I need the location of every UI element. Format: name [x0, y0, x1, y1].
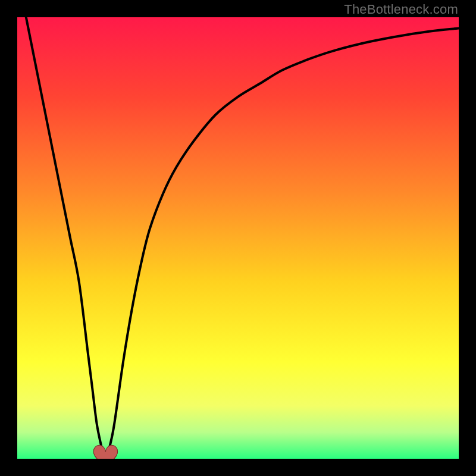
watermark-text: TheBottleneck.com	[344, 2, 458, 17]
chart-plot-area	[17, 17, 459, 459]
chart-background-gradient	[17, 17, 459, 459]
chart-svg	[17, 17, 459, 459]
